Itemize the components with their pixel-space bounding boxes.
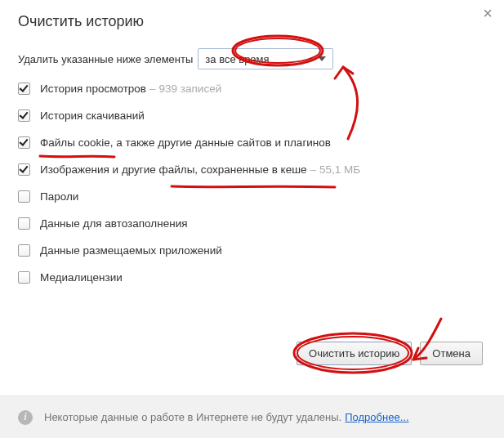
info-icon: i (18, 410, 33, 425)
time-range-label: Удалить указанные ниже элементы (18, 53, 193, 65)
option-label: Изображения и другие файлы, сохраненные … (40, 163, 307, 176)
option-browsing: История просмотров – 939 записей (18, 83, 504, 95)
time-range-select[interactable]: за все время (198, 48, 333, 69)
time-range-value: за все время (205, 53, 318, 65)
clear-button[interactable]: Очистить историю (297, 342, 412, 365)
option-label: Файлы cookie, а также другие данные сайт… (40, 136, 331, 149)
learn-more-link[interactable]: Подробнее... (345, 411, 408, 423)
separator: – (310, 163, 317, 176)
option-label: Медиалицензии (40, 271, 123, 284)
option-autofill: Данные для автозаполнения (18, 217, 504, 230)
checkbox-hosted[interactable] (18, 244, 30, 257)
dialog-title: Очистить историю (0, 0, 504, 30)
checkbox-passwords[interactable] (18, 190, 30, 203)
option-downloads: История скачиваний (18, 110, 504, 122)
checkbox-cookies[interactable] (18, 136, 30, 149)
option-cache: Изображения и другие файлы, сохраненные … (18, 163, 504, 176)
option-media: Медиалицензии (18, 271, 504, 284)
checkbox-cache[interactable] (18, 163, 30, 176)
time-range-row: Удалить указанные ниже элементы за все в… (0, 30, 504, 69)
chevron-down-icon (318, 56, 326, 61)
clear-history-dialog: × Очистить историю Удалить указанные ниж… (0, 0, 504, 438)
option-label: Пароли (40, 190, 78, 203)
checkbox-autofill[interactable] (18, 217, 30, 230)
footer-bar: i Некоторые данные о работе в Интернете … (0, 396, 504, 438)
option-sublabel: 55,1 МБ (319, 163, 360, 176)
option-hosted: Данные размещаемых приложений (18, 244, 504, 257)
close-icon[interactable]: × (483, 5, 493, 21)
options-list: История просмотров – 939 записей История… (0, 69, 504, 284)
footer-text: Некоторые данные о работе в Интернете не… (44, 411, 341, 423)
checkbox-downloads[interactable] (18, 110, 30, 122)
option-sublabel: 939 записей (159, 83, 222, 95)
button-row: Очистить историю Отмена (297, 342, 483, 365)
option-passwords: Пароли (18, 190, 504, 203)
checkbox-media[interactable] (18, 271, 30, 284)
option-label: История скачиваний (40, 110, 145, 122)
option-label: История просмотров (40, 83, 146, 95)
option-cookies: Файлы cookie, а также другие данные сайт… (18, 136, 504, 149)
option-label: Данные для автозаполнения (40, 217, 187, 230)
cancel-button[interactable]: Отмена (420, 342, 483, 365)
checkbox-browsing[interactable] (18, 83, 30, 95)
option-label: Данные размещаемых приложений (40, 244, 222, 257)
separator: – (149, 83, 156, 95)
